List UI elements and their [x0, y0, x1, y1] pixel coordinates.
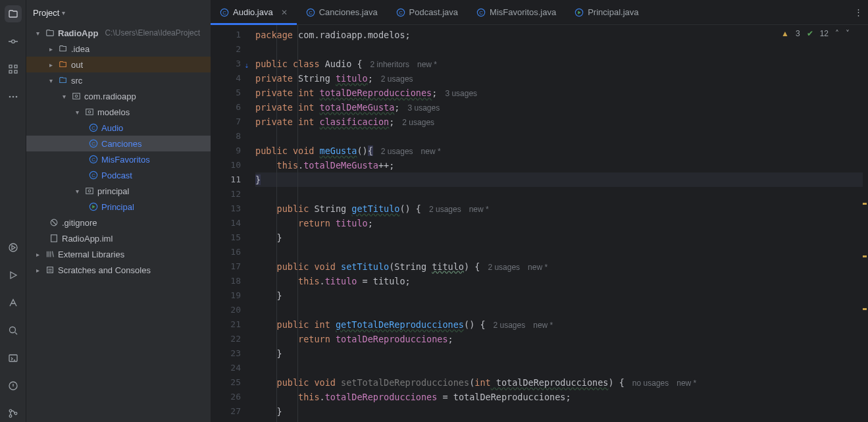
class-icon: C	[220, 8, 229, 17]
svg-point-7	[15, 96, 17, 98]
tree-gitignore[interactable]: .gitignore	[26, 215, 211, 230]
tree-label: RadioApp	[58, 28, 98, 38]
svg-point-18	[88, 111, 91, 113]
code-editor[interactable]: 1 2 3⇣ 4 5 6 7 8 9 10 11 12 13 14 15 16 …	[211, 25, 868, 422]
tree-class-podcast[interactable]: C Podcast	[26, 167, 211, 183]
svg-rect-15	[73, 93, 80, 99]
project-panel-header[interactable]: Project ▾	[26, 0, 211, 25]
svg-rect-27	[86, 188, 93, 194]
tree-class-canciones[interactable]: C Canciones	[26, 136, 211, 151]
tree-idea-folder[interactable]: ▸ .idea	[26, 41, 211, 57]
line-number: 6	[211, 100, 241, 115]
tree-package[interactable]: ▾ principal	[26, 183, 211, 199]
line-number: 12	[211, 187, 241, 201]
tree-class-principal[interactable]: Principal	[26, 199, 211, 215]
line-number: 1	[211, 28, 241, 42]
tree-path: C:\Users\Elena\IdeaProject	[105, 28, 200, 38]
vcs-tool-icon[interactable]	[5, 405, 22, 422]
svg-rect-1	[9, 65, 12, 68]
svg-text:C: C	[91, 157, 95, 163]
tree-label: .gitignore	[62, 218, 97, 228]
problems-tool-icon[interactable]	[5, 377, 22, 394]
svg-text:C: C	[309, 9, 313, 15]
folder-icon	[58, 43, 68, 54]
ignore-icon	[49, 217, 59, 228]
tab-label: Canciones.java	[319, 7, 378, 17]
project-tool-icon[interactable]	[5, 5, 22, 22]
project-panel: Project ▾ ▾ RadioApp C:\Users\Elena\Idea…	[26, 0, 211, 422]
implement-icon[interactable]: ⇣	[244, 59, 249, 73]
line-number: 16	[211, 245, 241, 259]
line-number: 21	[211, 317, 241, 332]
tabs-more-icon[interactable]: ⋮	[848, 0, 868, 24]
commit-tool-icon[interactable]	[5, 33, 22, 50]
svg-text:C: C	[91, 141, 95, 147]
svg-text:C: C	[91, 125, 95, 131]
tree-class-audio[interactable]: C Audio	[26, 120, 211, 136]
marker-strip[interactable]	[860, 25, 868, 422]
project-panel-title: Project	[33, 8, 59, 18]
line-number: 24	[211, 361, 241, 375]
scratch-icon	[45, 265, 55, 275]
folder-icon	[45, 28, 55, 38]
line-number: 11	[211, 172, 241, 187]
svg-rect-31	[51, 235, 57, 242]
svg-point-12	[9, 409, 12, 412]
tree-project-root[interactable]: ▾ RadioApp C:\Users\Elena\IdeaProject	[26, 25, 211, 41]
tree-label: External Libraries	[58, 250, 124, 259]
tree-scratches[interactable]: ▸ Scratches and Consoles	[26, 262, 211, 278]
editor-tabs: C Audio.java ✕ C Canciones.java C Podcas…	[211, 0, 868, 25]
line-number: 5	[211, 86, 241, 100]
code-content[interactable]: package com.radioapp.modelos; public cla…	[250, 25, 868, 422]
tree-label: .idea	[71, 44, 89, 54]
tab-label: Podcast.java	[409, 7, 458, 17]
tab-audio[interactable]: C Audio.java ✕	[211, 0, 297, 24]
class-run-icon	[88, 201, 99, 212]
tab-label: Audio.java	[233, 7, 273, 17]
line-number: 25	[211, 375, 241, 390]
library-icon	[45, 249, 55, 259]
svg-point-14	[14, 412, 17, 415]
tab-canciones[interactable]: C Canciones.java	[297, 0, 387, 24]
more-tool-icon[interactable]	[5, 88, 22, 105]
line-number: 22	[211, 332, 241, 346]
build-tool-icon[interactable]	[5, 294, 22, 311]
close-icon[interactable]: ✕	[281, 8, 288, 17]
tree-external-libs[interactable]: ▸ External Libraries	[26, 246, 211, 262]
svg-text:C: C	[479, 9, 483, 15]
tree-label: principal	[97, 186, 129, 196]
structure-tool-icon[interactable]	[5, 61, 22, 78]
line-number: 26	[211, 390, 241, 404]
tree-out-folder[interactable]: ▸ out	[26, 57, 211, 72]
svg-text:C: C	[91, 172, 95, 178]
line-number: 14	[211, 216, 241, 230]
svg-point-5	[9, 96, 11, 98]
tree-package[interactable]: ▾ modelos	[26, 104, 211, 120]
tree-iml[interactable]: RadioApp.iml	[26, 230, 211, 246]
svg-point-13	[9, 415, 12, 417]
line-number: 17	[211, 259, 241, 274]
class-run-icon	[574, 8, 584, 17]
tab-label: MisFavoritos.java	[490, 7, 556, 17]
folder-icon	[58, 59, 68, 70]
package-icon	[84, 107, 95, 117]
class-icon: C	[88, 138, 99, 149]
tree-label: Principal	[101, 202, 134, 212]
tree-class-misfavoritos[interactable]: C MisFavoritos	[26, 151, 211, 167]
terminal-tool-icon[interactable]	[5, 350, 22, 367]
line-number: 19	[211, 288, 241, 303]
tree-label: modelos	[97, 107, 130, 117]
services-tool-icon[interactable]	[5, 239, 22, 256]
tree-src-folder[interactable]: ▾ src	[26, 72, 211, 88]
line-number: 10	[211, 158, 241, 172]
class-icon: C	[88, 170, 99, 180]
run-tool-icon[interactable]	[5, 267, 22, 284]
svg-point-0	[11, 40, 14, 43]
tab-podcast[interactable]: C Podcast.java	[387, 0, 467, 24]
tree-package[interactable]: ▾ com.radioapp	[26, 88, 211, 104]
tab-misfavoritos[interactable]: C MisFavoritos.java	[467, 0, 565, 24]
svg-rect-10	[9, 355, 17, 361]
search-tool-icon[interactable]	[5, 322, 22, 339]
chevron-down-icon: ▾	[62, 9, 65, 16]
tab-principal[interactable]: Principal.java	[565, 0, 648, 24]
